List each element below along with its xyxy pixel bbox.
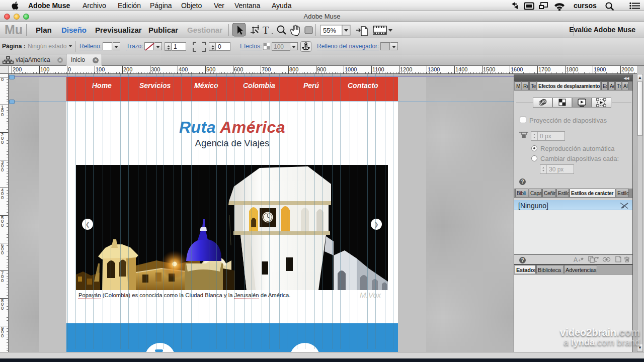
svg-text:+: + xyxy=(578,258,581,263)
svg-text:A: A xyxy=(574,256,578,263)
svg-text:55%: 55% xyxy=(323,27,336,34)
svg-text:T: T xyxy=(263,25,269,36)
